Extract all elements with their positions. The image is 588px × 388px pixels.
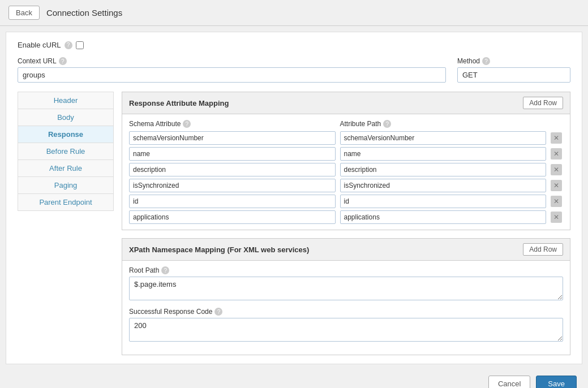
mapping-rows-container: ✕ ✕ ✕: [129, 131, 563, 224]
delete-cell-5: ✕: [551, 212, 563, 223]
schema-input-0[interactable]: [129, 131, 336, 145]
schema-cell-3: [129, 179, 336, 192]
schema-input-4[interactable]: [129, 195, 336, 208]
xpath-content: Root Path ? Successful Response Code ?: [122, 261, 570, 355]
path-cell-3: [340, 179, 547, 192]
path-input-2[interactable]: [340, 163, 547, 176]
path-input-5[interactable]: [340, 210, 547, 224]
bottom-layout: Header Body Response Before Rule After R…: [18, 92, 570, 355]
save-button[interactable]: Save: [536, 376, 577, 388]
method-help-icon[interactable]: ?: [482, 57, 490, 65]
delete-row-button-5[interactable]: ✕: [551, 212, 562, 223]
root-path-help-icon[interactable]: ?: [161, 266, 169, 274]
method-input[interactable]: [457, 67, 570, 83]
schema-input-2[interactable]: [129, 163, 336, 176]
sidebar-item-parent-endpoint[interactable]: Parent Endpoint: [18, 193, 114, 211]
header-bar: Back Connection Settings: [0, 0, 588, 26]
sidebar-item-response[interactable]: Response: [18, 126, 114, 143]
enable-curl-row: Enable cURL ?: [18, 41, 570, 49]
schema-input-3[interactable]: [129, 179, 336, 192]
footer-buttons: Cancel Save: [0, 370, 588, 388]
success-code-section: Successful Response Code ?: [129, 308, 563, 343]
path-cell-4: [340, 195, 547, 208]
schema-cell-5: [129, 210, 336, 224]
context-url-group: Context URL ?: [18, 57, 446, 83]
context-url-input[interactable]: [18, 67, 446, 83]
page-wrapper: Back Connection Settings Enable cURL ? C…: [0, 0, 588, 388]
attr-path-col-header: Attribute Path ?: [340, 120, 544, 128]
enable-curl-help-icon[interactable]: ?: [65, 41, 72, 49]
table-row: ✕: [129, 147, 563, 161]
path-input-1[interactable]: [340, 147, 547, 161]
success-code-help-icon[interactable]: ?: [214, 308, 222, 316]
schema-col-help-icon[interactable]: ?: [183, 120, 191, 128]
path-input-0[interactable]: [340, 131, 547, 145]
delete-row-button-3[interactable]: ✕: [551, 180, 562, 191]
method-group: Method ?: [457, 57, 570, 83]
table-row: ✕: [129, 179, 563, 192]
response-add-row-button[interactable]: Add Row: [523, 97, 563, 109]
delete-row-button-2[interactable]: ✕: [551, 164, 562, 175]
table-row: ✕: [129, 131, 563, 145]
path-input-3[interactable]: [340, 179, 547, 192]
success-code-textarea[interactable]: [129, 318, 563, 342]
delete-row-button-0[interactable]: ✕: [551, 132, 562, 144]
delete-col-spacer: [551, 120, 563, 128]
context-url-help-icon[interactable]: ?: [59, 57, 67, 65]
delete-cell-2: ✕: [551, 164, 563, 175]
schema-cell-0: [129, 131, 336, 145]
root-path-textarea[interactable]: [129, 277, 563, 300]
delete-row-button-4[interactable]: ✕: [551, 196, 562, 207]
sidebar: Header Body Response Before Rule After R…: [18, 92, 114, 355]
response-mapping-header: Response Attribute Mapping Add Row: [122, 92, 570, 114]
back-button[interactable]: Back: [8, 6, 40, 20]
attr-path-col-help-icon[interactable]: ?: [383, 120, 391, 128]
xpath-mapping-header: XPath Namespace Mapping (For XML web ser…: [122, 239, 570, 261]
response-mapping-title: Response Attribute Mapping: [129, 99, 229, 107]
url-method-row: Context URL ? Method ?: [18, 57, 570, 83]
path-cell-1: [340, 147, 547, 161]
table-row: ✕: [129, 210, 563, 224]
schema-col-header: Schema Attribute ?: [129, 120, 333, 128]
xpath-mapping-section: XPath Namespace Mapping (For XML web ser…: [122, 238, 570, 355]
enable-curl-checkbox[interactable]: [76, 41, 84, 49]
root-path-section: Root Path ?: [129, 266, 563, 302]
delete-cell-1: ✕: [551, 148, 563, 159]
table-row: ✕: [129, 195, 563, 208]
path-input-4[interactable]: [340, 195, 547, 208]
response-mapping-section: Response Attribute Mapping Add Row Schem…: [122, 92, 570, 230]
schema-cell-1: [129, 147, 336, 161]
path-cell-2: [340, 163, 547, 176]
mapping-column-headers: Schema Attribute ? Attribute Path ?: [129, 120, 563, 128]
schema-input-1[interactable]: [129, 147, 336, 161]
schema-input-5[interactable]: [129, 210, 336, 224]
method-label: Method ?: [457, 57, 570, 65]
delete-cell-4: ✕: [551, 196, 563, 207]
schema-cell-4: [129, 195, 336, 208]
main-content: Enable cURL ? Context URL ? Method ?: [6, 32, 582, 364]
root-path-label: Root Path ?: [129, 266, 563, 274]
sidebar-item-paging[interactable]: Paging: [18, 176, 114, 193]
table-row: ✕: [129, 163, 563, 176]
path-cell-0: [340, 131, 547, 145]
cancel-button[interactable]: Cancel: [488, 376, 530, 388]
page-title: Connection Settings: [46, 8, 122, 18]
success-code-label: Successful Response Code ?: [129, 308, 563, 316]
sidebar-item-after-rule[interactable]: After Rule: [18, 159, 114, 176]
enable-curl-label: Enable cURL: [18, 41, 61, 49]
sidebar-item-header[interactable]: Header: [18, 92, 114, 109]
right-panel: Response Attribute Mapping Add Row Schem…: [122, 92, 570, 355]
sidebar-item-before-rule[interactable]: Before Rule: [18, 143, 114, 159]
sidebar-item-body[interactable]: Body: [18, 109, 114, 126]
path-cell-5: [340, 210, 547, 224]
context-url-label: Context URL ?: [18, 57, 446, 65]
xpath-add-row-button[interactable]: Add Row: [523, 243, 563, 256]
delete-cell-0: ✕: [551, 132, 563, 144]
delete-row-button-1[interactable]: ✕: [551, 148, 562, 159]
schema-cell-2: [129, 163, 336, 176]
delete-cell-3: ✕: [551, 180, 563, 191]
xpath-mapping-title: XPath Namespace Mapping (For XML web ser…: [129, 245, 309, 254]
response-mapping-content: Schema Attribute ? Attribute Path ?: [122, 114, 570, 230]
